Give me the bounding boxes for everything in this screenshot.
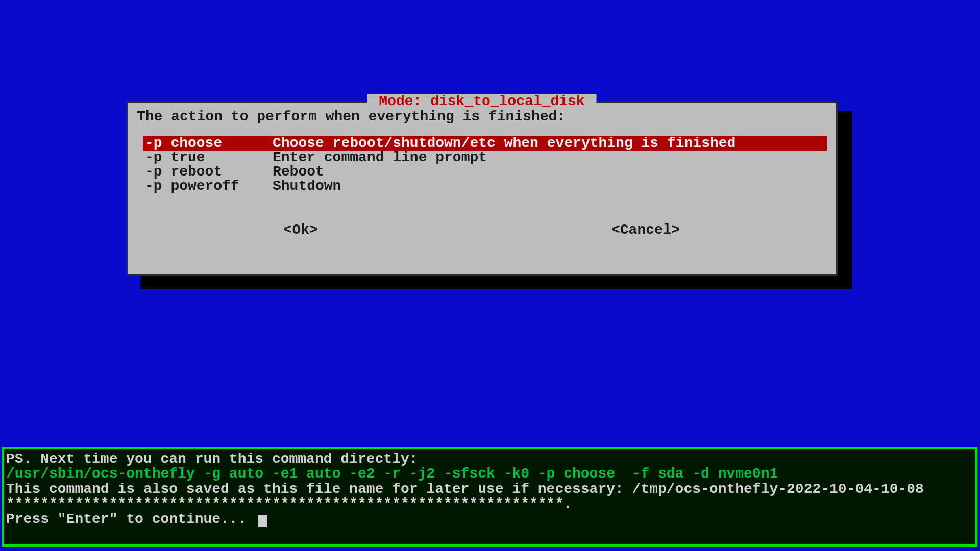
option-flag: -p true	[145, 151, 273, 165]
terminal-text: PS. Next time you can run this command d…	[6, 452, 973, 527]
option-flag: -p choose	[145, 136, 273, 151]
dialog-prompt: The action to perform when everything is…	[137, 110, 827, 124]
ok-button[interactable]: <Ok>	[284, 223, 318, 237]
term-line-sep: ****************************************…	[6, 496, 572, 512]
mode-selection-dialog: Mode: disk_to_local_disk The action to p…	[126, 101, 838, 276]
dialog-buttons: <Ok> <Cancel>	[137, 223, 827, 237]
term-line-press-enter: Press "Enter" to continue...	[6, 511, 255, 527]
dialog-title-row: Mode: disk_to_local_disk	[137, 94, 827, 110]
option-p-reboot[interactable]: -p reboot Reboot	[143, 165, 827, 179]
option-desc: Choose reboot/shutdown/etc when everythi…	[273, 136, 825, 151]
option-desc: Reboot	[273, 165, 825, 179]
option-p-choose[interactable]: -p choose Choose reboot/shutdown/etc whe…	[143, 136, 827, 151]
option-p-poweroff[interactable]: -p poweroff Shutdown	[143, 179, 827, 193]
option-desc: Enter command line prompt	[273, 151, 825, 165]
option-flag: -p poweroff	[145, 179, 273, 193]
options-menu[interactable]: -p choose Choose reboot/shutdown/etc whe…	[143, 136, 827, 193]
option-desc: Shutdown	[273, 179, 825, 193]
term-line-cmd: /usr/sbin/ocs-onthefly -g auto -e1 auto …	[6, 466, 778, 482]
cursor-icon	[258, 515, 267, 527]
terminal-output: PS. Next time you can run this command d…	[2, 447, 977, 547]
option-flag: -p reboot	[145, 165, 273, 179]
option-p-true[interactable]: -p true Enter command line prompt	[143, 151, 827, 165]
term-line-ps: PS. Next time you can run this command d…	[6, 451, 418, 467]
dialog-title: Mode: disk_to_local_disk	[368, 94, 597, 109]
cancel-button[interactable]: <Cancel>	[611, 223, 680, 237]
term-line-saved: This command is also saved as this file …	[6, 481, 924, 497]
